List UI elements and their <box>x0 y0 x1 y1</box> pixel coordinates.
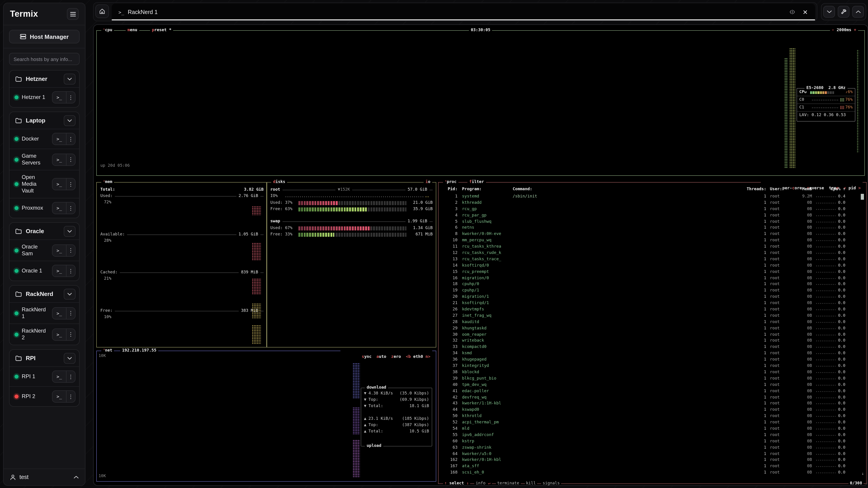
close-tab-icon[interactable]: ✕ <box>803 9 808 15</box>
proc-scrollbar[interactable] <box>861 194 864 200</box>
host-menu-button[interactable]: ⋮ <box>66 202 75 214</box>
host-menu-button[interactable]: ⋮ <box>66 371 75 382</box>
chevron-down-icon[interactable] <box>64 115 75 126</box>
chevron-down-icon[interactable] <box>64 73 75 84</box>
host-item[interactable]: Oracle Sam >_ ⋮ <box>9 239 79 261</box>
proc-row[interactable]: 29khungtaskd1root0B0.0 <box>438 325 866 331</box>
host-terminal-button[interactable]: >_ <box>53 178 66 190</box>
tab-racknerd-1[interactable]: >_ RackNerd 1 ✕ <box>112 4 815 20</box>
proc-row[interactable]: 12rcu_tasks_rude_k1root0B0.0 <box>438 250 866 256</box>
proc-row[interactable]: 39blkcg_punt_bio1root0B0.0 <box>438 376 866 382</box>
proc-row[interactable]: 4rcu_par_gp1root0B0.0 <box>438 212 866 219</box>
proc-row[interactable]: 26kdevtmpfs1root0B0.0 <box>438 306 866 313</box>
host-group-header[interactable]: RPI <box>9 350 79 366</box>
proc-row[interactable]: 37kintegrityd1root0B0.0 <box>438 363 866 369</box>
host-item[interactable]: Proxmox >_ ⋮ <box>9 198 79 218</box>
host-menu-button[interactable]: ⋮ <box>66 265 75 276</box>
chevron-down-icon[interactable] <box>64 353 75 363</box>
split-pane-icon[interactable] <box>789 9 796 14</box>
host-group-header[interactable]: Oracle <box>9 223 79 239</box>
proc-row[interactable]: 168scsi_eh_01root0B0.0 <box>438 469 866 476</box>
col-cpu[interactable]: Cpu% ↑ <box>821 186 845 193</box>
chevron-down-icon[interactable] <box>64 289 75 299</box>
proc-row[interactable]: 64kworker/u5:01root0B0.0 <box>438 451 866 457</box>
host-group-header[interactable]: RackNerd <box>9 286 79 302</box>
proc-row[interactable]: 19cpuhp/11root0B0.0 <box>438 288 866 294</box>
disks-io-toggle[interactable]: io <box>424 179 432 185</box>
host-terminal-button[interactable]: >_ <box>53 307 66 319</box>
proc-sort-selector[interactable]: < pid > <box>844 186 861 190</box>
proc-row[interactable]: 18cpuhp/01root0B0.0 <box>438 281 866 288</box>
proc-filter-button[interactable]: filter <box>467 179 486 185</box>
host-terminal-button[interactable]: >_ <box>53 391 66 402</box>
net-zero-toggle[interactable]: zero <box>391 354 401 359</box>
host-manager-button[interactable]: Host Manager <box>9 30 80 43</box>
proc-row[interactable]: 14ksoftirqd/01root0B0.0 <box>438 263 866 269</box>
proc-row[interactable]: 36khugepaged1root0B0.0 <box>438 357 866 363</box>
host-terminal-button[interactable]: >_ <box>53 371 66 382</box>
col-user[interactable]: User: <box>770 186 782 193</box>
tools-button[interactable] <box>838 6 849 18</box>
host-item[interactable]: Game Servers >_ ⋮ <box>9 149 79 170</box>
proc-row[interactable]: 50kthrotld1root0B0.0 <box>438 413 866 419</box>
col-command[interactable]: Command: <box>513 186 532 193</box>
col-memb[interactable]: MemB <box>786 186 812 193</box>
net-auto-toggle[interactable]: auto <box>376 354 386 359</box>
proc-row[interactable]: 54mld1root0B0.0 <box>438 426 866 432</box>
sidebar-menu-button[interactable] <box>67 8 79 20</box>
proc-row[interactable]: 8kworker/0:0H-eve1root0B0.0 <box>438 231 866 237</box>
proc-row[interactable]: 16migration/01root0B0.0 <box>438 275 866 281</box>
proc-row[interactable]: 43kworker/1:1H-kbl1root0B0.0 <box>438 400 866 407</box>
host-menu-button[interactable]: ⋮ <box>66 133 75 144</box>
host-item[interactable]: RackNerd 2 >_ ⋮ <box>9 324 79 345</box>
net-sync-toggle[interactable]: sync <box>362 354 371 359</box>
proc-row[interactable]: 44kswapd01root0B0.0 <box>438 407 866 413</box>
host-group-header[interactable]: Hetzner <box>9 70 79 87</box>
home-button[interactable] <box>95 4 109 18</box>
host-group-header[interactable]: Laptop <box>9 112 79 129</box>
host-item[interactable]: RPI 2 >_ ⋮ <box>9 386 79 406</box>
proc-row[interactable]: 55ipv6_addrconf1root0B0.0 <box>438 432 866 438</box>
proc-row[interactable]: 1systemd/sbin/init1root9.2M0.4 <box>438 193 866 200</box>
key-terminate[interactable]: terminate <box>496 480 521 486</box>
proc-row[interactable]: 34ksmd1root0B0.0 <box>438 350 866 357</box>
proc-row[interactable]: 21ksoftirqd/11root0B0.0 <box>438 300 866 306</box>
search-input[interactable] <box>9 53 80 65</box>
key-info[interactable]: info ↵ <box>474 480 492 486</box>
host-terminal-button[interactable]: >_ <box>53 154 66 165</box>
col-program[interactable]: Program: <box>462 186 482 193</box>
host-menu-button[interactable]: ⋮ <box>66 329 75 340</box>
proc-row[interactable]: 30oom_reaper1root0B0.0 <box>438 331 866 338</box>
net-interface-switch[interactable]: <b eth0 n> <box>406 354 430 359</box>
host-terminal-button[interactable]: >_ <box>53 92 66 103</box>
proc-row[interactable]: 41edac-poller1root0B0.0 <box>438 388 866 394</box>
proc-row[interactable]: 13rcu_tasks_trace_1root0B0.0 <box>438 256 866 263</box>
host-menu-button[interactable]: ⋮ <box>66 92 75 103</box>
host-terminal-button[interactable]: >_ <box>53 202 66 214</box>
host-item[interactable]: Hetzner 1 >_ ⋮ <box>9 87 79 107</box>
proc-row[interactable]: 27inet_frag_wq1root0B0.0 <box>438 313 866 319</box>
proc-row[interactable]: 60kstrp1root0B0.0 <box>438 438 866 445</box>
host-item[interactable]: RPI 1 >_ ⋮ <box>9 366 79 386</box>
proc-row[interactable]: 38kblockd1root0B0.0 <box>438 369 866 376</box>
key-kill[interactable]: kill <box>525 480 537 486</box>
host-item[interactable]: Oracle 1 >_ ⋮ <box>9 261 79 281</box>
key-signals[interactable]: signals <box>541 480 561 486</box>
proc-row[interactable]: 20migration/11root0B0.0 <box>438 294 866 300</box>
host-item[interactable]: RackNerd 1 >_ ⋮ <box>9 302 79 324</box>
proc-row[interactable]: 63zswap-shrink1root0B0.0 <box>438 445 866 451</box>
proc-row[interactable]: 162kworker/0:1H-kbl1root0B0.0 <box>438 457 866 463</box>
proc-row[interactable]: 2kthreadd1root0B0.0 <box>438 200 866 206</box>
key-select[interactable]: ↑ select ↓ <box>443 480 470 486</box>
proc-row[interactable]: 32writeback1root0B0.0 <box>438 338 866 344</box>
cpu-menu-button[interactable]: menu <box>126 27 139 33</box>
proc-row[interactable]: 52acpi_thermal_pm1root0B0.0 <box>438 419 866 426</box>
host-menu-button[interactable]: ⋮ <box>66 307 75 319</box>
proc-row[interactable]: 6netns1root0B0.0 <box>438 225 866 231</box>
host-menu-button[interactable]: ⋮ <box>66 391 75 402</box>
proc-row[interactable]: 33kcompactd01root0B0.0 <box>438 344 866 350</box>
host-terminal-button[interactable]: >_ <box>53 245 66 256</box>
host-terminal-button[interactable]: >_ <box>53 133 66 144</box>
terminal-view[interactable]: ¹cpu menu preset * 03:30:05 - 2000ms + E… <box>93 24 868 486</box>
proc-row[interactable]: 28kauditd1root0B0.0 <box>438 319 866 325</box>
